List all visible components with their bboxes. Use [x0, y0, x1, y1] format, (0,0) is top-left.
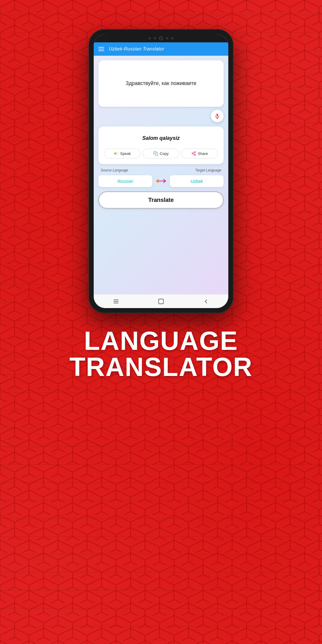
camera-dot-left	[149, 37, 151, 39]
phone-body: Uzbek-Russian Translator Здравствуйте, к…	[88, 29, 234, 313]
camera-dot-center-left	[154, 37, 156, 39]
phone-mockup: Uzbek-Russian Translator Здравствуйте, к…	[88, 29, 234, 313]
output-card: Salom qalaysiz Speak	[98, 126, 224, 164]
hamburger-button[interactable]	[98, 47, 104, 51]
source-language-label: Source Language	[101, 168, 128, 172]
nav-home-icon[interactable]	[158, 298, 164, 305]
language-row: Russian Uzbek	[98, 175, 224, 187]
camera-dot-center-right	[166, 37, 168, 39]
camera-dot-right	[171, 37, 173, 39]
svg-line-12	[193, 154, 195, 155]
mic-icon	[214, 113, 220, 119]
bottom-title-line2: TRANSLATOR	[69, 354, 253, 380]
target-language-label: Target Language	[195, 168, 221, 172]
camera-main	[159, 36, 163, 40]
app-content: Здравствуйте, как поживаете	[94, 56, 228, 294]
nav-menu-icon[interactable]	[113, 298, 119, 305]
swap-button[interactable]	[155, 175, 167, 187]
translate-button[interactable]: Translate	[98, 191, 224, 209]
copy-label: Copy	[160, 151, 169, 156]
svg-rect-8	[155, 153, 158, 155]
hamburger-line-1	[98, 47, 104, 48]
language-labels: Source Language Target Language	[98, 168, 224, 172]
speaker-icon	[114, 151, 118, 156]
swap-icon	[156, 178, 166, 184]
app-header: Uzbek-Russian Translator	[94, 42, 228, 56]
hamburger-line-2	[98, 49, 104, 49]
input-text: Здравствуйте, как поживаете	[126, 80, 196, 87]
share-button[interactable]: Share	[182, 149, 218, 158]
svg-marker-7	[114, 152, 116, 155]
svg-point-10	[192, 153, 193, 154]
svg-line-13	[193, 152, 195, 153]
bottom-text-section: LANGUAGE TRANSLATOR	[69, 328, 253, 380]
speak-label: Speak	[120, 151, 131, 156]
nav-back-icon[interactable]	[203, 298, 209, 305]
speak-button[interactable]: Speak	[104, 149, 140, 158]
svg-rect-4	[217, 114, 218, 116]
action-buttons: Speak Copy	[104, 149, 218, 158]
mic-button[interactable]	[211, 110, 224, 122]
svg-point-9	[194, 151, 196, 153]
copy-icon	[153, 151, 158, 156]
target-language-button[interactable]: Uzbek	[170, 175, 224, 187]
phone-screen: Uzbek-Russian Translator Здравствуйте, к…	[94, 34, 228, 308]
source-language-text: Russian	[117, 179, 133, 184]
copy-button[interactable]: Copy	[143, 149, 179, 158]
phone-camera-bar	[94, 34, 228, 42]
share-icon	[191, 151, 196, 156]
svg-rect-18	[159, 299, 164, 304]
language-section: Source Language Target Language Russian	[98, 168, 224, 187]
mic-button-wrapper	[98, 110, 224, 122]
target-language-text: Uzbek	[191, 179, 203, 184]
share-label: Share	[198, 151, 208, 156]
app-title: Uzbek-Russian Translator	[109, 46, 164, 52]
input-card[interactable]: Здравствуйте, как поживаете	[98, 60, 224, 107]
svg-point-11	[194, 154, 196, 155]
bottom-nav	[94, 294, 228, 308]
output-text: Salom qalaysiz	[104, 132, 218, 144]
hamburger-line-3	[98, 50, 104, 51]
source-language-button[interactable]: Russian	[98, 175, 152, 187]
bottom-title-line1: LANGUAGE	[69, 328, 253, 354]
